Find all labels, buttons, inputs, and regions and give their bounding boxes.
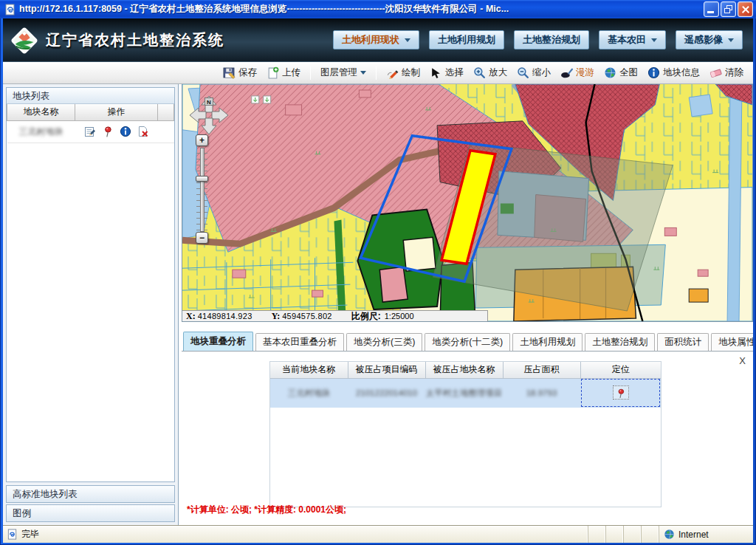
close-button[interactable] bbox=[738, 1, 753, 17]
tab-consolidation-plan[interactable]: 土地整治规划 bbox=[585, 333, 655, 351]
analysis-tabs: 地块重叠分析 基本农田重叠分析 地类分析(三类) 地类分析(十二类) 土地利用规… bbox=[182, 332, 753, 352]
chevron-down-icon bbox=[360, 71, 366, 75]
overlap-table: 当前地块名称 被压占项目编码 被压占地块名称 压占面积 定位 三北村地块 bbox=[270, 362, 661, 408]
pushpin-icon bbox=[616, 388, 626, 399]
tab-area-statistics[interactable]: 面积统计 bbox=[657, 333, 709, 351]
compass-north-label: N bbox=[207, 99, 211, 106]
pan-left-button[interactable] bbox=[190, 108, 206, 123]
zoom-out-icon bbox=[517, 66, 529, 79]
info-icon[interactable] bbox=[120, 126, 131, 137]
tab-landtype-3[interactable]: 地类分析(三类) bbox=[346, 333, 422, 351]
pan-icon bbox=[560, 66, 573, 79]
eraser-icon bbox=[709, 66, 722, 79]
locate-button[interactable] bbox=[613, 385, 629, 400]
parcel-info-button[interactable]: 地块信息 bbox=[645, 65, 702, 80]
sidebar-item-legend[interactable]: 图例 bbox=[6, 504, 175, 522]
panel-close-button[interactable]: X bbox=[739, 356, 746, 366]
tab-overlap-analysis[interactable]: 地块重叠分析 bbox=[183, 332, 253, 351]
tab-parcel-attributes[interactable]: 地块属性 bbox=[711, 333, 753, 351]
column-header bbox=[158, 104, 174, 120]
delete-icon[interactable] bbox=[137, 126, 149, 137]
pan-control: N bbox=[188, 95, 230, 136]
status-cell bbox=[623, 526, 641, 543]
pan-right-button[interactable] bbox=[212, 108, 228, 123]
layer-nav: 土地利用现状 土地利用规划 土地整治规划 基本农田 遥感影像 bbox=[333, 30, 743, 49]
column-header[interactable]: 被压占项目编码 bbox=[348, 362, 425, 378]
pushpin-icon[interactable] bbox=[102, 126, 114, 137]
draw-button[interactable]: 绘制 bbox=[384, 65, 422, 80]
minimize-button[interactable] bbox=[704, 1, 719, 17]
upload-icon bbox=[267, 66, 279, 79]
save-button[interactable]: 保存 bbox=[221, 65, 259, 80]
column-header[interactable]: 当前地块名称 bbox=[270, 362, 348, 378]
parcel-list-title: 地块列表 bbox=[7, 88, 174, 104]
status-cell bbox=[641, 526, 659, 543]
sidebar-item-high-standard-list[interactable]: 高标准地块列表 bbox=[6, 485, 175, 503]
occupied-project-code: 2101222014010 bbox=[356, 388, 417, 397]
toolbar-separator bbox=[310, 66, 311, 80]
page-status-icon bbox=[7, 529, 18, 540]
browser-window: http://172.16.1.117:8059 - 辽宁省农村土地整治系统地理… bbox=[0, 0, 756, 545]
nav-consolidation-plan[interactable]: 土地整治规划 bbox=[514, 30, 589, 49]
restore-button[interactable] bbox=[721, 1, 736, 17]
status-bar: 完毕 Internet bbox=[3, 525, 753, 543]
scale-label: 比例尺: bbox=[351, 310, 381, 323]
current-parcel-name: 三北村地块 bbox=[288, 388, 331, 397]
nav-landuse-plan[interactable]: 土地利用规划 bbox=[429, 30, 504, 49]
full-extent-button[interactable]: 全图 bbox=[602, 65, 640, 80]
parcel-list-table: 地块名称 操作 三北村地块 bbox=[7, 104, 174, 143]
status-cell bbox=[605, 526, 623, 543]
occupied-area: 18.9793 bbox=[526, 388, 557, 397]
zoom-in-button[interactable]: 放大 bbox=[471, 65, 509, 80]
select-arrow-icon bbox=[430, 66, 442, 79]
pan-button[interactable]: 漫游 bbox=[558, 65, 597, 80]
globe-icon bbox=[664, 529, 675, 540]
y-label: Y: bbox=[272, 311, 281, 322]
layer-manager-button[interactable]: 图层管理 bbox=[318, 65, 368, 80]
info-icon bbox=[647, 66, 660, 79]
chevron-down-icon bbox=[651, 38, 657, 42]
column-header[interactable]: 地块名称 bbox=[7, 104, 75, 120]
zoom-slider-track[interactable] bbox=[196, 148, 207, 230]
table-row[interactable]: 三北村地块 bbox=[7, 120, 174, 143]
map-canvas[interactable] bbox=[182, 84, 752, 321]
tab-basic-farmland-overlap[interactable]: 基本农田重叠分析 bbox=[255, 333, 344, 351]
zoom-out-button[interactable]: 缩小 bbox=[515, 65, 553, 80]
chevron-down-icon bbox=[728, 38, 734, 42]
upload-button[interactable]: 上传 bbox=[264, 65, 303, 80]
zoom-slider-handle[interactable] bbox=[196, 176, 208, 182]
status-cell bbox=[588, 526, 605, 543]
nav-landuse-current[interactable]: 土地利用现状 bbox=[333, 30, 419, 49]
globe-icon bbox=[604, 66, 616, 79]
analysis-panel: X 当前地块名称 被压占项目编码 被压占地块名称 压占面积 定位 bbox=[182, 352, 753, 525]
select-button[interactable]: 选择 bbox=[427, 65, 466, 80]
save-icon bbox=[223, 66, 236, 79]
clear-button[interactable]: 清除 bbox=[707, 65, 746, 80]
calculation-footnote: *计算单位: 公顷; *计算精度: 0.0001公顷; bbox=[187, 504, 346, 516]
x-value: 41489814.923 bbox=[198, 312, 252, 321]
column-header[interactable]: 定位 bbox=[580, 362, 661, 378]
chevron-down-icon bbox=[405, 38, 410, 42]
overlap-table-container: 当前地块名称 被压占项目编码 被压占地块名称 压占面积 定位 三北村地块 bbox=[269, 361, 662, 507]
edit-icon[interactable] bbox=[84, 126, 96, 137]
column-header[interactable]: 压占面积 bbox=[503, 362, 580, 378]
column-header[interactable]: 操作 bbox=[75, 104, 158, 120]
status-text: 完毕 bbox=[21, 528, 39, 541]
table-row[interactable]: 三北村地块 2101222014010 太平村土地整理项目 18.9793 bbox=[270, 378, 661, 408]
app-header: 辽宁省农村土地整治系统 土地利用现状 土地利用规划 土地整治规划 基本农田 遥感… bbox=[3, 18, 753, 62]
nav-basic-farmland[interactable]: 基本农田 bbox=[599, 30, 666, 49]
browser-content: 辽宁省农村土地整治系统 土地利用现状 土地利用规划 土地整治规划 基本农田 遥感… bbox=[3, 18, 753, 525]
x-label: X: bbox=[186, 311, 196, 322]
zoom-in-slider-button[interactable]: + bbox=[196, 134, 208, 146]
tab-landtype-12[interactable]: 地类分析(十二类) bbox=[425, 333, 510, 351]
map-viewport[interactable]: N + − X: 41489814.923 Y: 4594575.8 bbox=[182, 84, 753, 322]
pan-down-button[interactable] bbox=[202, 118, 216, 134]
occupied-parcel-name: 太平村土地整理项目 bbox=[426, 388, 503, 397]
nav-remote-sensing[interactable]: 遥感影像 bbox=[676, 30, 743, 49]
zoom-slider: + − bbox=[194, 134, 210, 244]
browser-page-icon bbox=[4, 4, 16, 16]
tab-landuse-plan[interactable]: 土地利用规划 bbox=[512, 333, 583, 351]
zoom-out-slider-button[interactable]: − bbox=[196, 232, 208, 244]
column-header[interactable]: 被压占地块名称 bbox=[425, 362, 503, 378]
sidebar: 地块列表 地块名称 操作 三北村地块 bbox=[3, 84, 179, 525]
